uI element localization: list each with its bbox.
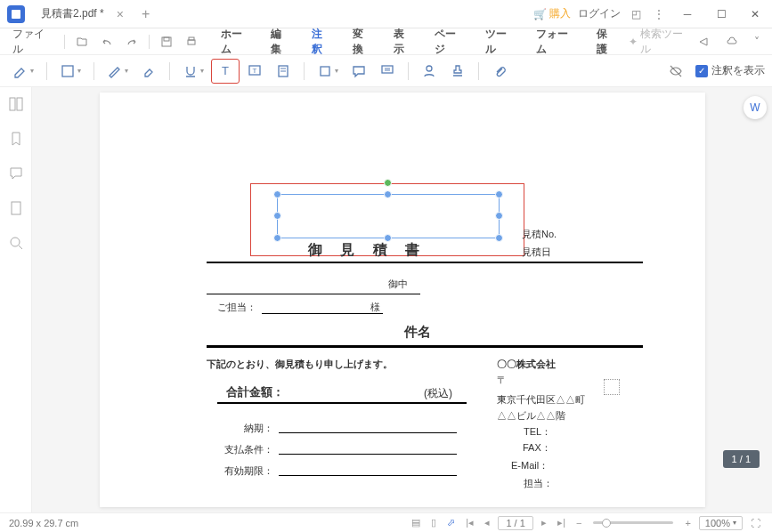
tab-title: 見積書2.pdf * — [41, 6, 104, 21]
note-tool[interactable] — [270, 60, 297, 83]
shape-tool[interactable]: ▾ — [312, 60, 344, 83]
stamp-placeholder — [604, 379, 620, 395]
estimate-date-label: 見積日 — [522, 246, 551, 259]
pencil-tool[interactable]: ▾ — [102, 60, 134, 83]
signature-tool[interactable] — [416, 60, 443, 83]
single-view-icon[interactable]: ▯ — [428, 517, 439, 528]
tab-form[interactable]: フォーム — [525, 28, 586, 55]
comment-panel-icon[interactable] — [8, 165, 24, 184]
close-tab-icon[interactable]: × — [117, 7, 124, 21]
canvas[interactable]: 御 見 積 書 見積No. 見積日 御中 ご担当： 様 件名 下記のとおり、御見… — [32, 87, 772, 512]
resize-handle[interactable] — [495, 190, 503, 198]
underline-tool[interactable]: ▾ — [177, 60, 209, 83]
tab-protect[interactable]: 保護 — [586, 28, 627, 55]
redo-icon[interactable] — [120, 36, 143, 48]
login-link[interactable]: ログイン — [578, 6, 621, 21]
resize-handle[interactable] — [384, 190, 392, 198]
resize-handle[interactable] — [273, 212, 281, 220]
text-annotation-box[interactable] — [277, 194, 500, 238]
svg-point-16 — [11, 238, 20, 246]
highlight-tool[interactable]: ▾ — [7, 60, 39, 83]
zoom-dropdown[interactable]: 100%▾ — [699, 516, 743, 530]
cloud-icon[interactable] — [720, 36, 744, 48]
search-panel-icon[interactable] — [8, 235, 24, 254]
document-tab[interactable]: 見積書2.pdf * × — [32, 2, 133, 27]
close-window-button[interactable]: ✕ — [742, 4, 768, 25]
tab-convert[interactable]: 変換 — [342, 28, 383, 55]
zoom-in-icon[interactable]: + — [682, 518, 693, 528]
buy-link[interactable]: 🛒購入 — [533, 6, 571, 21]
page-dimensions: 20.99 x 29.7 cm — [9, 518, 78, 528]
notification-icon[interactable]: ◰ — [628, 8, 644, 20]
print-icon[interactable] — [180, 36, 203, 48]
show-annotations-toggle[interactable]: ✓ 注釈を表示 — [695, 63, 765, 78]
last-page-icon[interactable]: ▸| — [555, 517, 568, 528]
rotate-handle[interactable] — [384, 179, 392, 187]
tanto-label: ご担当： — [217, 301, 256, 314]
zoom-slider[interactable] — [593, 521, 673, 524]
resize-handle[interactable] — [495, 212, 503, 220]
search-tool[interactable]: ✦検索ツール — [629, 27, 687, 57]
divider — [217, 402, 467, 404]
statusbar: 20.99 x 29.7 cm ▤ ▯ ⬀ |◂ ◂ 1 / 1 ▸ ▸| − … — [0, 512, 772, 532]
open-icon[interactable] — [70, 36, 93, 48]
svg-rect-2 — [164, 37, 169, 41]
undo-icon[interactable] — [95, 36, 118, 48]
save-icon[interactable] — [155, 36, 178, 48]
tab-page[interactable]: ページ — [424, 28, 475, 55]
text-box-tool[interactable]: T — [211, 59, 240, 84]
resize-handle[interactable] — [273, 190, 281, 198]
hide-icon[interactable] — [663, 64, 688, 78]
tab-view[interactable]: 表示 — [383, 28, 424, 55]
tanto2-label: 担当： — [524, 477, 553, 490]
total-label: 合計金額： — [226, 384, 284, 400]
address-line1: 東京千代田区△△町 — [497, 393, 585, 407]
collapse-icon[interactable]: ˅ — [749, 36, 765, 48]
continuous-view-icon[interactable]: ▤ — [409, 517, 423, 528]
stamp-tool[interactable] — [374, 60, 401, 83]
page-indicator-badge: 1 / 1 — [723, 450, 760, 468]
payment-field: 支払条件： — [224, 443, 457, 456]
checkbox-icon: ✓ — [695, 65, 708, 77]
minimize-button[interactable]: ─ — [674, 4, 701, 25]
prev-page-icon[interactable]: ◂ — [482, 517, 492, 528]
app-logo-icon — [7, 5, 25, 23]
new-tab-button[interactable]: + — [142, 6, 150, 22]
titlebar: 見積書2.pdf * × + 🛒購入 ログイン ◰ ⋮ ─ ☐ ✕ — [0, 0, 772, 28]
resize-handle[interactable] — [273, 234, 281, 242]
file-menu[interactable]: ファイル — [7, 27, 59, 57]
attachment-panel-icon[interactable] — [8, 200, 24, 219]
kebab-menu-icon[interactable]: ⋮ — [651, 8, 667, 20]
svg-rect-14 — [17, 98, 22, 110]
area-highlight-tool[interactable]: ▾ — [54, 60, 86, 83]
wand-icon: ✦ — [629, 36, 638, 48]
maximize-button[interactable]: ☐ — [708, 4, 735, 25]
word-export-icon[interactable]: W — [744, 96, 767, 119]
share-icon[interactable] — [692, 36, 715, 48]
eraser-tool[interactable] — [135, 60, 162, 83]
cursor-mode-icon[interactable]: ⬀ — [444, 517, 458, 528]
address-line2: △△ビル△△階 — [497, 409, 565, 423]
first-page-icon[interactable]: |◂ — [463, 517, 476, 528]
stamp2-tool[interactable] — [444, 60, 471, 83]
tab-home[interactable]: ホーム — [210, 28, 261, 55]
zoom-out-icon[interactable]: − — [573, 518, 584, 528]
text-callout-tool[interactable]: T — [241, 60, 268, 83]
slider-thumb[interactable] — [602, 519, 611, 528]
tab-annotate[interactable]: 注釈 — [301, 28, 342, 55]
attachment-tool[interactable] — [486, 60, 513, 83]
resize-handle[interactable] — [495, 234, 503, 242]
sama-label: 様 — [370, 301, 380, 314]
next-page-icon[interactable]: ▸ — [539, 517, 549, 528]
bookmark-icon[interactable] — [8, 131, 24, 149]
fullscreen-icon[interactable]: ⛶ — [748, 518, 763, 528]
annotation-toolbar: ▾ ▾ ▾ ▾ T T ▾ ✓ 注釈を表示 — [0, 55, 772, 87]
tab-edit[interactable]: 編集 — [260, 28, 301, 55]
tab-tool[interactable]: ツール — [475, 28, 525, 55]
page-input[interactable]: 1 / 1 — [498, 516, 533, 530]
doc-title: 御 見 積 書 — [308, 241, 427, 260]
comment-tool[interactable] — [345, 60, 372, 83]
thumbnails-icon[interactable] — [8, 96, 24, 115]
svg-rect-10 — [321, 67, 329, 76]
divider — [207, 294, 420, 294]
